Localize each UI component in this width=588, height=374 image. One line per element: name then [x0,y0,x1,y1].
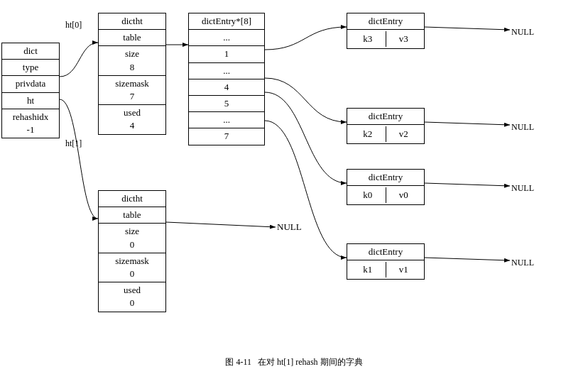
entry-k0v0: dictEntry k0 v0 [347,169,425,205]
dict-box: dict type privdata ht rehashidx-1 [1,43,60,138]
dict-cell-type: type [2,60,59,76]
dictht0-used: used4 [99,105,165,133]
dictht0-table: table [99,30,165,46]
caption: 图 4-11 在对 ht[1] rehash 期间的字典 [0,356,588,368]
dict-cell-rehashidx: rehashidx-1 [2,109,59,138]
dictht0-title: dictht [99,13,165,30]
dict-cell-ht: ht [2,93,59,109]
array-row3: 4 [189,79,264,96]
array-row1: 1 [189,46,264,62]
entry-k2v2: dictEntry k2 v2 [347,108,425,144]
entry-k2v2-kv: k2 v2 [347,125,424,143]
dictht1-table: table [99,207,165,224]
entry-k3v3-title: dictEntry [347,13,424,30]
entry-k3v3-kv: k3 v3 [347,30,424,48]
dictht0-size: size8 [99,46,165,75]
dictht0-box: dictht table size8 sizemask7 used4 [98,13,166,135]
entry-k2v2-title: dictEntry [347,109,424,125]
null-label-ht1: NULL [277,221,302,233]
array-box: dictEntry*[8] ... 1 ... 4 5 ... 7 [188,13,265,145]
arrows-svg [0,0,588,374]
dictht1-used: used0 [99,282,165,311]
entry-k3v3: dictEntry k3 v3 [347,13,425,49]
array-row4: 5 [189,96,264,112]
array-row2: ... [189,63,264,79]
entry-k0v0-title: dictEntry [347,170,424,186]
dict-cell-dict: dict [2,43,59,60]
dictht1-box: dictht table size0 sizemask0 used0 [98,190,166,312]
null-k1v1: NULL [511,258,534,268]
entry-k0v0-kv: k0 v0 [347,186,424,204]
array-title: dictEntry*[8] [189,13,264,30]
dictht1-title: dictht [99,191,165,207]
dictht1-sizemask: sizemask0 [99,253,165,282]
entry-k1v1-kv: k1 v1 [347,260,424,279]
null-k0v0: NULL [511,183,534,194]
diagram: dict type privdata ht rehashidx-1 ht[0] … [0,0,588,374]
dictht0-sizemask: sizemask7 [99,76,165,105]
array-row0: ... [189,30,264,46]
array-row5: ... [189,112,264,128]
null-k3v3: NULL [511,27,534,38]
ht1-label: ht[1] [65,138,82,149]
dict-cell-privdata: privdata [2,76,59,92]
array-row6: 7 [189,128,264,144]
entry-k1v1: dictEntry k1 v1 [347,243,425,280]
entry-k1v1-title: dictEntry [347,244,424,260]
ht0-label: ht[0] [65,20,82,31]
dictht1-size: size0 [99,224,165,253]
null-k2v2: NULL [511,122,534,133]
